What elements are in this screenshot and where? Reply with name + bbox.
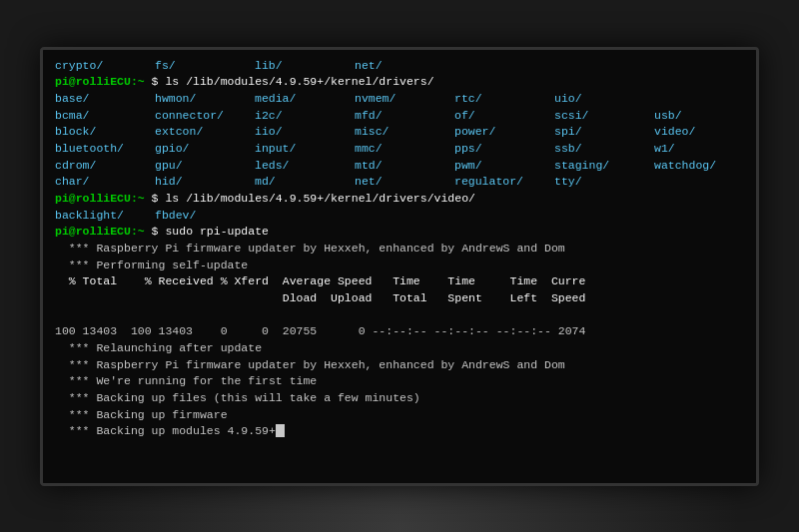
dir-crypto: crypto/: [55, 58, 155, 75]
cmd-3: $ sudo rpi-update: [145, 225, 269, 238]
dir-lib: lib/: [255, 58, 355, 75]
line-7: cdrom/gpu/leds/mtd/pwm/staging/watchdog/: [55, 158, 744, 175]
line-18: *** Raspberry Pi firmware updater by Hex…: [55, 357, 744, 374]
line-5: block/extcon/iio/misc/power/spi/video/: [55, 124, 744, 141]
line-21: *** Backing up firmware: [55, 407, 744, 424]
dir-fs: fs/: [155, 58, 255, 75]
line-19: *** We're running for the first time: [55, 373, 744, 390]
line-20: *** Backing up files (this will take a f…: [55, 390, 744, 407]
prompt-1: pi@rolliECU:~: [55, 75, 145, 88]
terminal: crypto/fs/lib/net/ pi@rolliECU:~ $ ls /l…: [43, 50, 756, 483]
dir-net: net/: [355, 58, 454, 75]
cursor: [276, 424, 285, 437]
line-3: base/hwmon/media/nvmem/rtc/uio/: [55, 91, 744, 108]
line-17: *** Relaunching after update: [55, 340, 744, 357]
monitor: crypto/fs/lib/net/ pi@rolliECU:~ $ ls /l…: [40, 47, 759, 486]
outer-container: crypto/fs/lib/net/ pi@rolliECU:~ $ ls /l…: [0, 0, 799, 532]
line-12: *** Raspberry Pi firmware updater by Hex…: [55, 241, 744, 258]
line-10: backlight/fbdev/: [55, 208, 744, 225]
line-14: % Total % Received % Xferd Average Speed…: [55, 273, 744, 290]
line-11: pi@rolliECU:~ $ sudo rpi-update: [55, 224, 744, 241]
line-15: Dload Upload Total Spent Left Speed: [55, 290, 744, 307]
prompt-3: pi@rolliECU:~: [55, 225, 145, 238]
line-1: crypto/fs/lib/net/: [55, 58, 744, 75]
prompt-2: pi@rolliECU:~: [55, 192, 145, 205]
line-4: bcma/connector/i2c/mfd/of/scsi/usb/: [55, 108, 744, 125]
cmd-1: $ ls /lib/modules/4.9.59+/kernel/drivers…: [145, 75, 434, 88]
line-9: pi@rolliECU:~ $ ls /lib/modules/4.9.59+/…: [55, 191, 744, 208]
line-6: bluetooth/gpio/input/mmc/pps/ssb/w1/: [55, 141, 744, 158]
line-13: *** Performing self-update: [55, 258, 744, 274]
line-2: pi@rolliECU:~ $ ls /lib/modules/4.9.59+/…: [55, 74, 744, 91]
line-16: 100 13403 100 13403 0 0 20755 0 --:--:--…: [55, 307, 744, 340]
line-8: char/hid/md/net/regulator/tty/: [55, 174, 744, 191]
line-22: *** Backing up modules 4.9.59+: [55, 423, 744, 440]
cmd-2: $ ls /lib/modules/4.9.59+/kernel/drivers…: [145, 192, 475, 205]
